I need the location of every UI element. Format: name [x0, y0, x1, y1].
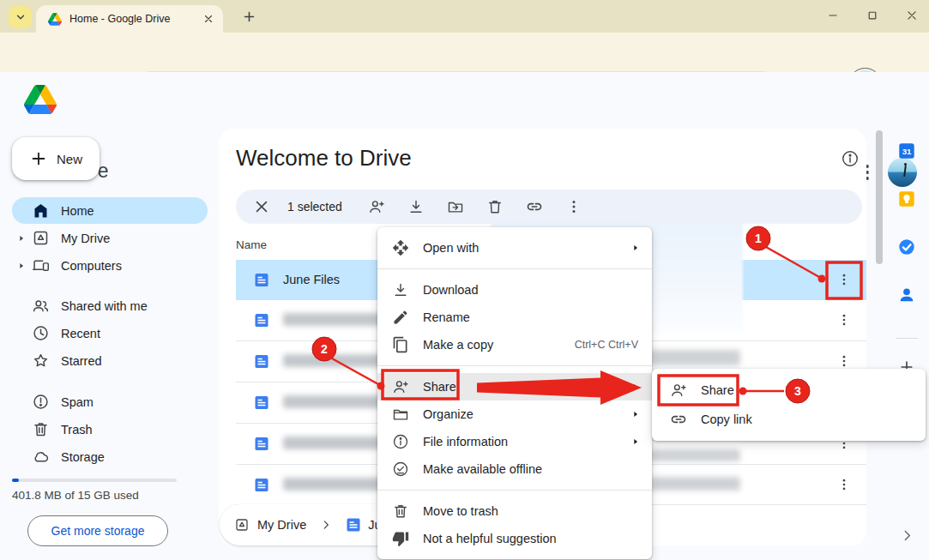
share-submenu: Share Copy link [652, 369, 926, 441]
sidebar-item-my-drive[interactable]: My Drive [12, 225, 208, 251]
my-drive-icon [234, 517, 250, 533]
row-kebab-icon[interactable] [836, 352, 852, 370]
share-person-add-icon[interactable] [368, 198, 385, 215]
row-kebab-icon[interactable] [836, 476, 852, 493]
new-tab-button[interactable] [242, 9, 256, 24]
browser-toolbar [0, 33, 929, 72]
docs-file-icon [254, 353, 269, 370]
menu-item-label: Share [423, 380, 618, 394]
scrollbar-thumb[interactable] [876, 130, 883, 264]
hide-side-panel-chevron-icon[interactable] [900, 528, 914, 543]
blurred-detail [649, 449, 740, 461]
download-icon[interactable] [407, 198, 425, 215]
tasks-icon[interactable] [897, 238, 916, 256]
drive-profile-avatar[interactable] [888, 158, 917, 187]
menu-item-not-helpful-suggestion[interactable]: Not a helpful suggestion [377, 525, 652, 552]
menu-item-label: Not a helpful suggestion [423, 532, 640, 545]
menu-item-shortcut: Ctrl+C Ctrl+V [575, 339, 638, 351]
sidebar-item-starred[interactable]: Starred [12, 347, 208, 374]
menu-item-open-with[interactable]: Open with [377, 234, 652, 262]
menu-item-organize[interactable]: Organize [377, 400, 652, 428]
menu-item-make-available-offline[interactable]: Make available offline [377, 455, 652, 483]
spam-icon [32, 393, 50, 411]
drive-favicon [48, 13, 62, 26]
sidebar-item-trash[interactable]: Trash [12, 416, 208, 443]
menu-item-download[interactable]: Download [377, 276, 652, 304]
tab-close-icon[interactable] [202, 13, 214, 25]
expand-caret-icon[interactable] [17, 262, 26, 270]
context-menu: Open with Download Rename Make a copy Ct… [377, 227, 652, 559]
row-kebab-icon[interactable] [836, 311, 852, 328]
sidebar-item-spam[interactable]: Spam [12, 388, 208, 415]
chevron-right-icon [320, 519, 332, 531]
tab-title: Home - Google Drive [69, 13, 195, 25]
tab-search-button[interactable] [9, 6, 32, 28]
menu-item-move-to-trash[interactable]: Move to trash [377, 497, 652, 525]
sidebar-item-recent[interactable]: Recent [12, 320, 208, 346]
window-close-button[interactable] [906, 9, 918, 21]
new-button[interactable]: New [12, 137, 100, 180]
calendar-icon[interactable]: 31 [897, 142, 916, 160]
info-icon[interactable] [841, 149, 860, 168]
sidebar-item-label: Starred [61, 354, 102, 368]
browser-tab-strip: Home - Google Drive [0, 0, 929, 33]
sidebar-item-label: Shared with me [61, 299, 148, 313]
share-person-add-icon [670, 382, 687, 399]
minimize-button[interactable] [827, 9, 839, 21]
organize-folder-icon [392, 406, 409, 423]
docs-file-icon [254, 394, 269, 411]
share-person-add-icon [392, 378, 409, 395]
get-more-storage-button[interactable]: Get more storage [27, 515, 168, 546]
copy-link-icon [670, 411, 687, 428]
blurred-detail [649, 350, 740, 365]
docs-file-icon [254, 436, 269, 452]
blurred-detail [649, 477, 740, 491]
keep-icon[interactable] [897, 190, 916, 208]
sidebar-item-computers[interactable]: Computers [12, 252, 208, 279]
menu-item-label: Make available offline [423, 462, 640, 476]
selected-count: 1 selected [287, 200, 342, 214]
menu-item-share[interactable]: Share [377, 373, 652, 400]
menu-item-label: Open with [423, 241, 618, 255]
clear-selection-icon[interactable] [253, 198, 270, 215]
menu-item-make-a-copy[interactable]: Make a copy Ctrl+C Ctrl+V [377, 331, 652, 358]
sidebar-item-storage[interactable]: Storage [12, 443, 208, 470]
docs-file-icon [254, 272, 269, 288]
breadcrumb-root[interactable]: My Drive [257, 518, 306, 532]
trash-icon[interactable] [486, 198, 504, 215]
open-with-icon [392, 239, 409, 256]
menu-item-label: Move to trash [423, 504, 640, 518]
docs-file-icon [254, 477, 269, 493]
sidebar-item-home[interactable]: Home [12, 197, 208, 224]
browser-tab[interactable]: Home - Google Drive [36, 5, 223, 33]
submenu-arrow-icon [631, 437, 640, 446]
submenu-arrow-icon [631, 382, 640, 391]
menu-divider [377, 490, 652, 491]
sidebar-item-label: Spam [61, 395, 94, 409]
side-panel-divider [896, 338, 918, 339]
column-header-name[interactable]: Name [236, 238, 267, 251]
contacts-icon[interactable] [897, 286, 916, 304]
file-name: June Files [283, 273, 340, 286]
more-actions-kebab-icon[interactable] [565, 198, 582, 215]
menu-item-label: File information [423, 435, 618, 449]
expand-caret-icon[interactable] [17, 234, 26, 243]
maximize-button[interactable] [866, 9, 878, 21]
submenu-item-copy-link[interactable]: Copy link [652, 405, 926, 434]
shared-with-me-icon [32, 297, 50, 315]
submenu-item-share[interactable]: Share [652, 376, 926, 405]
svg-text:31: 31 [902, 147, 912, 156]
submenu-arrow-icon [631, 410, 640, 418]
sidebar-item-label: Recent [61, 327, 100, 340]
rename-pencil-icon [392, 309, 409, 326]
my-drive-icon [32, 229, 50, 247]
new-button-label: New [57, 152, 82, 166]
move-to-folder-icon[interactable] [447, 198, 464, 215]
feedback-thumb-down-icon [392, 530, 409, 547]
sidebar-item-label: Trash [61, 423, 93, 437]
copy-link-icon[interactable] [526, 198, 543, 215]
menu-item-file-information[interactable]: File information [377, 428, 652, 455]
menu-item-rename[interactable]: Rename [377, 304, 652, 331]
row-kebab-icon[interactable] [836, 271, 852, 288]
sidebar-item-shared-with-me[interactable]: Shared with me [12, 292, 208, 319]
